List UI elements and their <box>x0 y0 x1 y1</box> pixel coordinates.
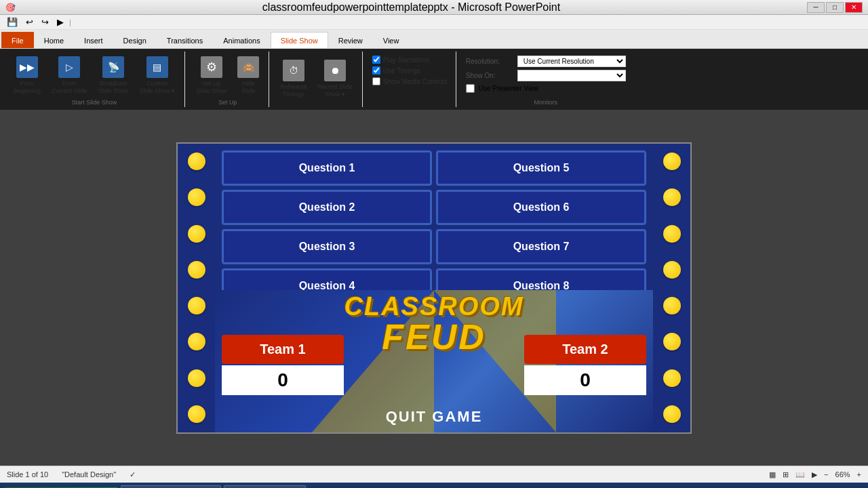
from-current-button[interactable]: ▷ FromCurrent Slide <box>47 54 92 98</box>
save-button[interactable]: 💾 <box>4 16 20 28</box>
zoom-level: 66% <box>835 470 850 479</box>
question-7-button[interactable]: Question 7 <box>436 229 646 264</box>
maximize-button[interactable]: □ <box>826 2 844 13</box>
dot <box>663 297 681 314</box>
use-timings-input[interactable] <box>372 66 380 75</box>
view-normal-icon[interactable]: ▦ <box>769 470 776 479</box>
dot <box>188 261 205 279</box>
team2-section: Team 2 0 <box>524 335 646 395</box>
redo-button[interactable]: ↪ <box>39 16 52 28</box>
tab-file[interactable]: File <box>1 32 34 48</box>
record-icon: ⏺ <box>324 60 346 81</box>
slide-info: Slide 1 of 10 <box>7 470 48 479</box>
dot <box>663 225 681 243</box>
tab-insert[interactable]: Insert <box>74 32 113 48</box>
use-timings-checkbox[interactable]: Use Timings <box>372 66 448 75</box>
question-2-button[interactable]: Question 2 <box>222 190 432 225</box>
center-spacer <box>344 335 524 395</box>
custom-icon: ▤ <box>146 56 168 78</box>
resolution-label: Resolution: <box>466 58 513 65</box>
tab-view[interactable]: View <box>373 32 410 48</box>
question-6-button[interactable]: Question 6 <box>436 190 646 225</box>
tab-transitions[interactable]: Transitions <box>157 32 213 48</box>
setup-slideshow-button[interactable]: ⚙ Set UpSlide Show <box>192 54 231 98</box>
setup-label: Set UpSlide Show <box>196 80 226 95</box>
window-title: classroomfeudpowerpointtemplatepptx - Mi… <box>262 1 560 14</box>
view-reading-icon[interactable]: 📖 <box>795 470 805 479</box>
show-media-input[interactable] <box>372 77 380 85</box>
tab-design[interactable]: Design <box>113 32 157 48</box>
slide-panel: Question 1 Question 5 Question 2 Questio… <box>0 110 868 466</box>
show-on-dropdown[interactable] <box>517 70 626 81</box>
start-slideshow-buttons: ▶▶ FromBeginning ▷ FromCurrent Slide 📡 B… <box>9 52 179 99</box>
dot <box>188 405 205 423</box>
from-beginning-button[interactable]: ▶▶ FromBeginning <box>9 54 45 98</box>
use-timings-label: Use Timings <box>383 67 420 75</box>
classroom-text: CLASSROOM <box>339 293 529 319</box>
question-5-button[interactable]: Question 5 <box>436 150 646 186</box>
spell-check-icon: ✓ <box>130 470 136 479</box>
show-on-row: Show On: <box>466 70 626 81</box>
left-dot-border <box>178 144 215 432</box>
dot <box>663 261 681 279</box>
rehearse-button[interactable]: ⏱ RehearseTimings <box>276 57 311 101</box>
hide-slide-button[interactable]: 🙈 HideSlide <box>233 54 263 98</box>
tab-review[interactable]: Review <box>328 32 373 48</box>
ribbon-group-checkboxes: Play Narrations Use Timings Show Media C… <box>364 52 456 107</box>
setup-group-label: Set Up <box>218 99 237 107</box>
tab-slide-show[interactable]: Slide Show <box>271 32 328 48</box>
minimize-button[interactable]: ─ <box>807 2 825 13</box>
checkboxes-container: Play Narrations Use Timings Show Media C… <box>370 52 450 89</box>
status-bar: Slide 1 of 10 "Default Design" ✓ ▦ ⊞ 📖 ▶… <box>0 466 868 483</box>
dot <box>188 333 205 350</box>
from-current-label: FromCurrent Slide <box>52 80 87 95</box>
setup-buttons: ⚙ Set UpSlide Show 🙈 HideSlide <box>192 52 263 99</box>
question-3-button[interactable]: Question 3 <box>222 229 432 264</box>
question-grid: Question 1 Question 5 Question 2 Questio… <box>218 147 650 307</box>
recorder-taskbar-item[interactable]: ⏺ Screen Recorder <box>224 485 306 488</box>
tab-home[interactable]: Home <box>34 32 74 48</box>
dot <box>663 333 681 350</box>
rehearse-icon: ⏱ <box>283 60 304 81</box>
teams-row: Team 1 0 Team 2 0 <box>215 335 653 395</box>
presenter-view-input[interactable] <box>466 84 475 93</box>
dot <box>663 188 681 206</box>
slide-canvas[interactable]: Question 1 Question 5 Question 2 Questio… <box>176 142 692 434</box>
dot <box>188 188 205 206</box>
powerpoint-taskbar-item[interactable]: 🎯 classroomfeudpower... <box>121 485 221 488</box>
undo-button[interactable]: ↩ <box>23 16 36 28</box>
window-controls[interactable]: ─ □ ✕ <box>807 2 863 13</box>
from-current-icon: ▷ <box>58 56 80 78</box>
view-slidesorter-icon[interactable]: ⊞ <box>783 470 789 479</box>
right-dot-border <box>653 144 690 432</box>
start-slideshow-group-label: Start Slide Show <box>72 99 117 107</box>
question-1-button[interactable]: Question 1 <box>222 150 432 186</box>
record-button[interactable]: ⏺ Record SlideShow ▾ <box>313 57 357 101</box>
custom-label: CustomSlide Show ▾ <box>140 80 176 95</box>
team2-score: 0 <box>524 365 646 395</box>
broadcast-icon: 📡 <box>102 56 124 78</box>
presenter-view-checkbox[interactable]: Use Presenter View <box>466 84 626 93</box>
custom-slideshow-button[interactable]: ▤ CustomSlide Show ▾ <box>136 54 180 98</box>
broadcast-button[interactable]: 📡 BroadcastSlide Show <box>94 54 133 98</box>
tab-animations[interactable]: Animations <box>213 32 270 48</box>
play-narrations-label: Play Narrations <box>383 56 429 64</box>
status-bar-right: ▦ ⊞ 📖 ▶ − 66% + <box>769 470 861 479</box>
quick-access-toolbar: 💾 ↩ ↪ ▶ | <box>0 15 868 30</box>
play-narrations-input[interactable] <box>372 56 380 64</box>
presenter-view-label: Use Presenter View <box>479 85 538 92</box>
ribbon-tabs: File Home Insert Design Transitions Anim… <box>0 30 868 49</box>
broadcast-label: BroadcastSlide Show <box>98 80 129 95</box>
play-narrations-checkbox[interactable]: Play Narrations <box>372 56 448 64</box>
close-button[interactable]: ✕ <box>845 2 863 13</box>
show-media-checkbox[interactable]: Show Media Controls <box>372 77 448 85</box>
resolution-dropdown[interactable]: Use Current Resolution <box>517 56 626 67</box>
theme-info: "Default Design" <box>62 470 116 479</box>
zoom-out-button[interactable]: − <box>824 470 828 479</box>
play-button[interactable]: ▶ <box>54 16 66 28</box>
quit-game-button[interactable]: QUIT GAME <box>386 408 483 426</box>
team1-button[interactable]: Team 1 <box>222 335 344 364</box>
view-slideshow-icon[interactable]: ▶ <box>812 470 817 479</box>
team2-button[interactable]: Team 2 <box>524 335 646 364</box>
zoom-in-button[interactable]: + <box>857 470 861 479</box>
